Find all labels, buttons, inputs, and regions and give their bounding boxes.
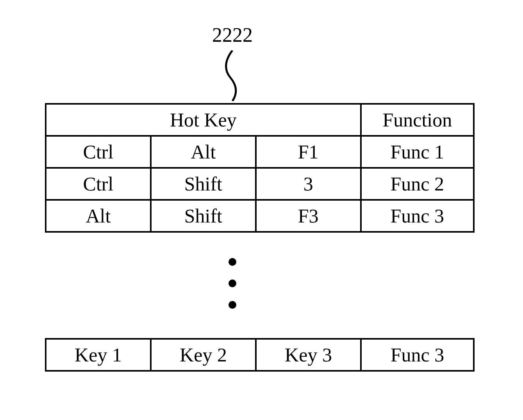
cell-key2: Alt (151, 136, 256, 168)
hotkey-table-bottom: Key 1 Key 2 Key 3 Func 3 (45, 338, 475, 372)
table-row: Alt Shift F3 Func 3 (46, 200, 474, 232)
cell-func: Func 3 (361, 339, 474, 371)
cell-key1: Alt (46, 200, 151, 232)
cell-key3: Key 3 (256, 339, 361, 371)
cell-key2: Key 2 (151, 339, 256, 371)
hotkey-table: Hot Key Function Ctrl Alt F1 Func 1 Ctrl… (45, 103, 475, 233)
cell-func: Func 2 (361, 168, 474, 200)
table-row: Key 1 Key 2 Key 3 Func 3 (46, 339, 474, 371)
table-row: Ctrl Alt F1 Func 1 (46, 136, 474, 168)
hot-key-header: Hot Key (46, 104, 361, 136)
cell-func: Func 3 (361, 200, 474, 232)
cell-key1: Ctrl (46, 168, 151, 200)
ellipsis-dot (228, 279, 236, 287)
cell-key2: Shift (151, 168, 256, 200)
lead-line (213, 50, 252, 101)
reference-number-label: 2222 (18, 23, 447, 46)
cell-func: Func 1 (361, 136, 474, 168)
table-row: Ctrl Shift 3 Func 2 (46, 168, 474, 200)
cell-key3: F3 (256, 200, 361, 232)
function-header: Function (361, 104, 474, 136)
vertical-ellipsis (18, 233, 447, 338)
cell-key1: Ctrl (46, 136, 151, 168)
cell-key1: Key 1 (46, 339, 151, 371)
ellipsis-dot (228, 258, 236, 266)
cell-key2: Shift (151, 200, 256, 232)
cell-key3: 3 (256, 168, 361, 200)
cell-key3: F1 (256, 136, 361, 168)
table-header-row: Hot Key Function (46, 104, 474, 136)
ellipsis-dot (228, 301, 236, 309)
